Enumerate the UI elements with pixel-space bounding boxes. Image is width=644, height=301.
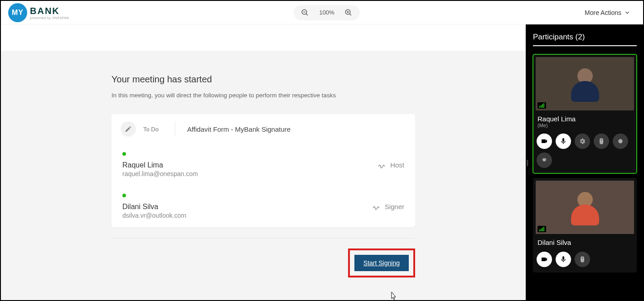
microphone-toggle-button[interactable] — [556, 134, 571, 149]
todo-label: To Do — [143, 126, 159, 133]
svg-line-2 — [306, 14, 308, 15]
online-indicator — [122, 152, 126, 156]
record-icon — [617, 138, 624, 144]
signal-strength-icon — [537, 102, 546, 109]
person-role: Signer — [385, 203, 404, 210]
participant-name: Raquel Lima — [536, 115, 634, 123]
microphone-icon — [560, 256, 567, 263]
settings-button[interactable] — [575, 134, 590, 149]
mouse-control-button[interactable] — [594, 134, 609, 149]
participants-title: Participants (2) — [533, 33, 637, 46]
task-card: To Do Affidavit Form - MyBank Signature … — [111, 114, 415, 227]
person-email: raquel.lima@onespan.com — [122, 170, 198, 177]
page-subtitle: In this meeting, you will direct the fol… — [111, 92, 415, 99]
person-name: Dilani Silva — [122, 203, 186, 211]
zoom-in-icon — [344, 9, 353, 17]
online-indicator — [122, 194, 126, 197]
mouse-icon — [579, 256, 586, 263]
person-name: Raquel Lima — [122, 161, 198, 169]
logo-subtitle: presented by ONESPAN — [30, 16, 69, 19]
microphone-icon — [560, 138, 567, 145]
signature-icon — [378, 161, 386, 169]
pencil-icon — [121, 121, 136, 137]
cursor-icon — [390, 291, 397, 301]
camera-toggle-button[interactable] — [537, 134, 552, 149]
camera-icon — [541, 138, 548, 145]
record-button[interactable] — [613, 134, 628, 149]
participant-row: Raquel Lima raquel.lima@onespan.com Host — [111, 144, 415, 186]
camera-toggle-button[interactable] — [537, 252, 552, 267]
signal-strength-icon — [537, 226, 546, 232]
mouse-control-button[interactable] — [575, 252, 590, 267]
more-actions-dropdown[interactable]: More Actions — [585, 9, 636, 16]
divider — [111, 238, 415, 239]
logo-circle: MY — [8, 3, 27, 22]
camera-icon — [541, 256, 548, 263]
app-header: MY BANK presented by ONESPAN 100% More A… — [1, 1, 643, 24]
participant-card[interactable]: Raquel Lima (Me) — [533, 54, 637, 173]
person-email: dsilva.vr@outlook.com — [122, 212, 186, 219]
video-thumbnail — [536, 181, 634, 234]
zoom-control: 100% — [294, 5, 359, 20]
bug-icon — [541, 157, 548, 164]
sidebar-resize-handle[interactable]: || — [526, 159, 528, 166]
participant-row: Dilani Silva dsilva.vr@outlook.com Signe… — [111, 186, 415, 227]
callout-highlight: Start Signing — [348, 248, 415, 277]
brand-logo: MY BANK presented by ONESPAN — [8, 3, 69, 22]
participant-me-tag: (Me) — [536, 123, 634, 128]
zoom-out-icon — [301, 9, 309, 17]
participant-card[interactable]: Dilani Silva — [533, 178, 637, 272]
svg-point-7 — [618, 139, 622, 143]
zoom-level: 100% — [319, 9, 334, 16]
mouse-icon — [598, 138, 605, 145]
signature-icon — [372, 202, 380, 210]
debug-button[interactable] — [537, 153, 552, 168]
participants-sidebar: Participants (2) Raquel Lima (Me) — [526, 24, 643, 300]
video-thumbnail — [536, 57, 634, 110]
chevron-down-icon — [624, 10, 630, 16]
zoom-in-button[interactable] — [344, 8, 353, 18]
main-content-area: Your meeting has started In this meeting… — [1, 24, 526, 300]
card-header: To Do Affidavit Form - MyBank Signature — [111, 114, 415, 144]
logo-bank-text: BANK — [30, 6, 69, 16]
zoom-out-button[interactable] — [300, 8, 310, 18]
document-name: Affidavit Form - MyBank Signature — [175, 125, 291, 133]
participant-name: Dilani Silva — [536, 239, 634, 246]
more-actions-label: More Actions — [585, 9, 621, 16]
svg-line-6 — [349, 14, 351, 15]
start-signing-button[interactable]: Start Signing — [354, 255, 409, 271]
gear-icon — [579, 138, 586, 145]
person-role: Host — [390, 161, 404, 169]
page-title: Your meeting has started — [111, 74, 415, 85]
microphone-toggle-button[interactable] — [556, 252, 571, 267]
